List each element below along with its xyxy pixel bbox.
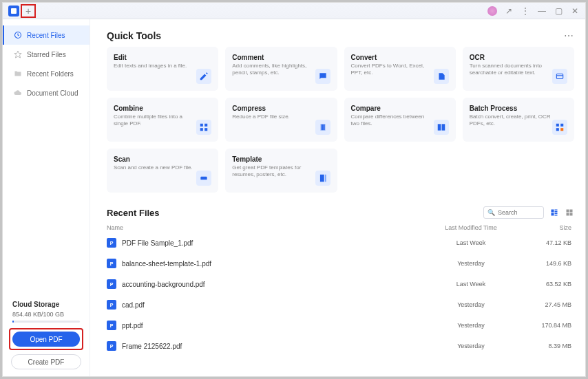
tool-card-ocr[interactable]: OCRTurn scanned documents into searchabl… xyxy=(463,47,574,91)
pdf-file-icon: P xyxy=(107,300,116,310)
tool-title: Combine xyxy=(114,105,196,112)
svg-rect-12 xyxy=(560,128,563,131)
tool-title: Scan xyxy=(114,155,196,163)
recent-files-tools: 🔍 xyxy=(483,206,574,219)
tool-icon xyxy=(315,171,330,186)
search-box[interactable]: 🔍 xyxy=(483,206,544,219)
tool-card-compare[interactable]: CompareCompare differences between two f… xyxy=(344,98,456,142)
pdf-file-icon: P xyxy=(107,341,116,351)
tool-description: Batch convert, create, print, OCR PDFs, … xyxy=(470,113,552,128)
svg-marker-1 xyxy=(14,51,21,58)
app-logo-icon xyxy=(8,6,19,17)
file-size: 63.52 KB xyxy=(526,281,574,288)
tool-icon xyxy=(434,120,449,135)
pdf-file-icon: P xyxy=(107,279,116,289)
create-pdf-button[interactable]: Create PDF xyxy=(11,354,81,369)
view-grid-icon[interactable] xyxy=(565,208,574,217)
sidebar-item-document-cloud[interactable]: Document Cloud xyxy=(3,83,90,102)
file-row[interactable]: Pbalance-sheet-template-1.pdfYesterday14… xyxy=(107,253,574,274)
file-row[interactable]: PPDF File Sample_1.pdfLast Week47.12 KB xyxy=(107,232,574,253)
app-body: Recent Files Starred Files Recent Folder… xyxy=(3,19,585,376)
svg-rect-20 xyxy=(555,213,558,215)
tool-title: OCR xyxy=(470,54,552,61)
title-bar-right: ↗ ⋮ — ▢ ✕ xyxy=(487,6,580,16)
tool-icon xyxy=(434,69,449,84)
file-row[interactable]: Pcad.pdfYesterday27.45 MB xyxy=(107,294,574,315)
tool-card-combine[interactable]: CombineCombine multiple files into a sin… xyxy=(107,98,218,142)
tool-card-batch-process[interactable]: Batch ProcessBatch convert, create, prin… xyxy=(463,98,574,142)
tool-card-edit[interactable]: EditEdit texts and images in a file. xyxy=(107,47,218,91)
maximize-icon[interactable]: ▢ xyxy=(554,6,563,16)
main-content: Quick Tools ⋯ EditEdit texts and images … xyxy=(90,19,585,376)
share-icon[interactable]: ↗ xyxy=(504,6,514,16)
file-name: ppt.pdf xyxy=(122,322,416,329)
tool-icon xyxy=(552,120,567,135)
file-row[interactable]: Pppt.pdfYesterday170.84 MB xyxy=(107,315,574,336)
svg-rect-16 xyxy=(552,210,554,213)
tool-title: Edit xyxy=(114,54,196,61)
tool-icon xyxy=(196,171,211,186)
file-size: 170.84 MB xyxy=(526,322,574,329)
recent-files-header: Recent Files 🔍 xyxy=(107,206,574,219)
sidebar-item-recent-folders[interactable]: Recent Folders xyxy=(3,64,90,83)
sidebar-item-recent-files[interactable]: Recent Files xyxy=(3,25,90,45)
tool-card-template[interactable]: TemplateGet great PDF templates for resu… xyxy=(225,149,337,193)
svg-rect-19 xyxy=(552,213,554,216)
sidebar-item-label: Recent Files xyxy=(27,32,65,39)
file-modified: Yesterday xyxy=(416,343,526,349)
new-tab-button[interactable]: + xyxy=(21,4,36,18)
file-size: 149.6 KB xyxy=(526,260,574,267)
tool-card-compress[interactable]: CompressReduce a PDF file size. xyxy=(225,98,337,142)
quick-tools-header: Quick Tools ⋯ xyxy=(107,30,574,41)
file-size: 27.45 MB xyxy=(526,301,574,308)
svg-rect-15 xyxy=(324,175,326,182)
view-list-icon[interactable] xyxy=(549,208,559,217)
file-size: 8.39 MB xyxy=(526,343,574,349)
file-modified: Last Week xyxy=(416,281,526,288)
search-icon: 🔍 xyxy=(487,209,495,216)
file-modified: Last Week xyxy=(416,239,526,246)
avatar-icon[interactable] xyxy=(487,6,497,16)
cloud-storage-title: Cloud Storage xyxy=(12,301,80,308)
tool-icon xyxy=(196,120,211,135)
svg-rect-24 xyxy=(567,213,569,216)
svg-rect-11 xyxy=(556,128,559,131)
menu-icon[interactable]: ⋮ xyxy=(521,6,530,16)
quick-tools-more-icon[interactable]: ⋯ xyxy=(564,30,574,41)
file-modified: Yesterday xyxy=(416,301,526,308)
pdf-file-icon: P xyxy=(107,321,116,330)
tool-card-scan[interactable]: ScanScan and create a new PDF file. xyxy=(107,149,218,193)
close-icon[interactable]: ✕ xyxy=(570,6,580,16)
svg-rect-18 xyxy=(555,211,558,213)
svg-rect-4 xyxy=(204,124,207,127)
sidebar-item-starred-files[interactable]: Starred Files xyxy=(3,45,90,64)
open-pdf-button[interactable]: Open PDF xyxy=(12,332,80,347)
quick-tools-title: Quick Tools xyxy=(107,30,161,41)
tool-title: Template xyxy=(232,155,315,163)
title-bar-left: + xyxy=(8,4,36,18)
search-input[interactable] xyxy=(498,209,540,216)
cloud-storage-bar xyxy=(12,321,80,323)
tool-icon xyxy=(315,69,330,84)
tool-card-convert[interactable]: ConvertConvert PDFs to Word, Excel, PPT,… xyxy=(344,47,456,91)
file-modified: Yesterday xyxy=(416,260,526,267)
svg-rect-10 xyxy=(560,124,563,127)
tool-icon xyxy=(315,120,330,135)
tool-title: Comment xyxy=(232,54,315,61)
tool-description: Compare differences between two files. xyxy=(351,113,434,128)
file-list-header: Name Last Modified Time Size xyxy=(107,223,574,232)
file-name: accounting-background.pdf xyxy=(122,281,416,288)
tool-card-comment[interactable]: CommentAdd comments, like highlights, pe… xyxy=(225,47,337,91)
tool-description: Reduce a PDF file size. xyxy=(232,113,315,120)
minimize-icon[interactable]: — xyxy=(537,6,547,16)
column-modified: Last Modified Time xyxy=(416,224,526,231)
sidebar-buttons: Open PDF Create PDF xyxy=(3,328,90,376)
column-size: Size xyxy=(526,224,574,231)
sidebar-item-label: Document Cloud xyxy=(27,89,78,97)
tool-description: Get great PDF templates for resumes, pos… xyxy=(232,164,315,179)
clock-icon xyxy=(14,31,22,39)
svg-rect-17 xyxy=(555,210,558,211)
tool-description: Turn scanned documents into searchable o… xyxy=(470,63,552,77)
file-row[interactable]: Paccounting-background.pdfLast Week63.52… xyxy=(107,274,574,294)
file-row[interactable]: PFrame 2125622.pdfYesterday8.39 MB xyxy=(107,336,574,356)
